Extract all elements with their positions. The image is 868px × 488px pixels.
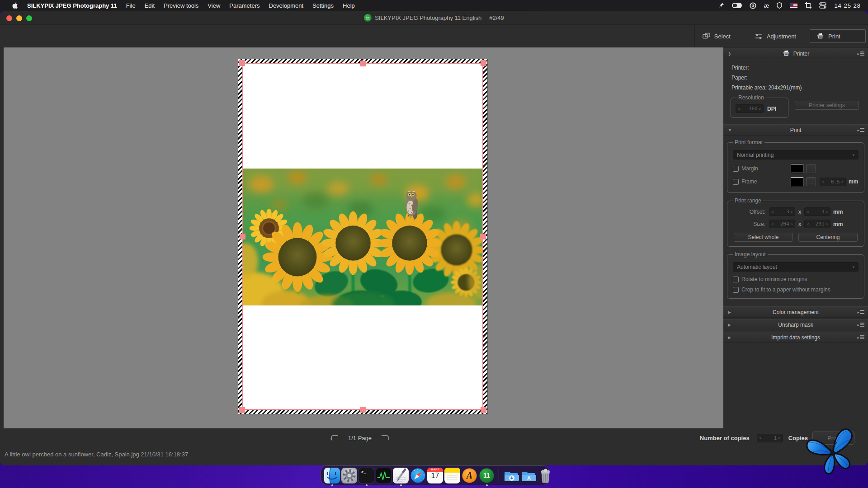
- paper-preview[interactable]: [238, 59, 487, 414]
- menu-edit[interactable]: Edit: [140, 0, 159, 11]
- chevron-down-icon: ▾: [852, 153, 854, 157]
- menu-view[interactable]: View: [203, 0, 225, 11]
- image-layout-dropdown[interactable]: Automatic layout ▾: [733, 262, 859, 272]
- frame-width-spinner[interactable]: <0.5>: [820, 178, 846, 186]
- dock-silkypix-icon[interactable]: 11: [479, 468, 495, 483]
- offset-y-spinner[interactable]: <3>: [804, 207, 830, 216]
- menu-development[interactable]: Development: [264, 0, 308, 11]
- print-format-dropdown[interactable]: Normal printing ▾: [733, 150, 859, 160]
- previous-page-icon[interactable]: [329, 434, 339, 441]
- dock-applications-folder-icon[interactable]: A: [520, 468, 536, 483]
- dock-downloads-folder-icon[interactable]: [503, 468, 519, 483]
- offset-x-spinner[interactable]: <3>: [769, 207, 795, 216]
- minimize-button[interactable]: [16, 15, 22, 21]
- frame-color-picker-button[interactable]: ...: [806, 177, 816, 186]
- rotate-checkbox[interactable]: [733, 277, 739, 282]
- printer-settings-button[interactable]: Printer settings: [795, 101, 859, 110]
- preset-menu-icon[interactable]: ▸: [857, 310, 864, 314]
- frame-checkbox[interactable]: [733, 179, 739, 185]
- menu-settings[interactable]: Settings: [308, 0, 338, 11]
- menu-file[interactable]: File: [122, 0, 140, 11]
- resolution-group: Resolution <360> DPI: [731, 94, 788, 118]
- zoom-button[interactable]: [26, 15, 32, 21]
- dock-activity-monitor-icon[interactable]: [376, 468, 392, 483]
- chevron-down-icon: ▾: [852, 265, 854, 269]
- crop-checkbox[interactable]: [733, 287, 739, 293]
- close-button[interactable]: [6, 15, 12, 21]
- dock-trash-icon[interactable]: [538, 468, 553, 483]
- handle-bottom-left[interactable]: [239, 407, 245, 413]
- handle-bottom-center[interactable]: [360, 407, 366, 413]
- handle-top-center[interactable]: [360, 61, 366, 66]
- print-preview-canvas[interactable]: [4, 47, 723, 428]
- shield-icon[interactable]: [777, 2, 782, 9]
- next-page-icon[interactable]: [381, 434, 391, 441]
- us-flag-icon[interactable]: [790, 2, 797, 9]
- color-management-header[interactable]: ▶ Color management ▸: [723, 306, 868, 318]
- unsharp-mask-header[interactable]: ▶ Unsharp mask ▸: [723, 319, 868, 330]
- margin-color-picker-button[interactable]: ...: [806, 164, 816, 173]
- frame-color-swatch[interactable]: [791, 177, 803, 186]
- g-badge-icon[interactable]: G: [750, 2, 756, 9]
- running-indicator: [486, 484, 488, 486]
- dock: >_ МАРТ 17 A 11: [321, 465, 549, 485]
- apple-icon: [12, 2, 18, 9]
- handle-bottom-right[interactable]: [481, 407, 486, 413]
- preset-menu-icon[interactable]: ▸: [857, 335, 864, 340]
- title-bar[interactable]: 11 SILKYPIX JPEG Photography 11 English …: [0, 11, 868, 25]
- dock-terminal-icon[interactable]: >_: [359, 468, 374, 483]
- preset-menu-icon[interactable]: ▸: [857, 323, 864, 327]
- dock-notes-icon[interactable]: [444, 468, 460, 483]
- tab-print[interactable]: Print: [810, 29, 866, 43]
- collapsed-arrow-icon[interactable]: ▶: [728, 323, 731, 327]
- running-indicator: [331, 484, 333, 486]
- crop-tool-icon[interactable]: [805, 2, 811, 9]
- ae-input-source-icon[interactable]: æ: [764, 2, 769, 9]
- mode-toolbar: Select Adjustment Print: [0, 25, 868, 47]
- tab-adjustment[interactable]: Adjustment: [749, 29, 802, 43]
- collapsed-arrow-icon[interactable]: ▶: [728, 310, 731, 314]
- size-height-spinner[interactable]: <291>: [804, 220, 830, 228]
- handle-top-left[interactable]: [239, 60, 245, 66]
- margin-color-swatch[interactable]: [791, 164, 803, 173]
- dock-textedit-icon[interactable]: [393, 468, 409, 483]
- menu-app-name[interactable]: SILKYPIX JPEG Photography 11: [23, 0, 122, 11]
- menu-parameters[interactable]: Parameters: [225, 0, 264, 11]
- imprint-data-settings-header[interactable]: ▶ Imprint data settings ▸: [723, 332, 868, 343]
- apple-menu[interactable]: [7, 0, 23, 11]
- pin-icon[interactable]: [718, 2, 724, 9]
- resolution-spinner[interactable]: <360>: [736, 104, 764, 113]
- handle-top-right[interactable]: [481, 60, 486, 66]
- menu-preview-tools[interactable]: Preview tools: [159, 0, 203, 11]
- toggles-icon[interactable]: [819, 2, 826, 9]
- dock-orange-a-app-icon[interactable]: A: [462, 468, 477, 483]
- dock-system-settings-icon[interactable]: [341, 468, 357, 483]
- copies-spinner[interactable]: <1>: [757, 434, 783, 442]
- centering-button[interactable]: Centering: [798, 233, 858, 242]
- dock-safari-icon[interactable]: [410, 468, 426, 483]
- handle-mid-left[interactable]: [240, 234, 245, 239]
- print-panel-header[interactable]: ▼ Print ▸: [723, 124, 868, 136]
- collapsed-arrow-icon[interactable]: ▶: [728, 335, 731, 340]
- copies-suffix-label: Copies: [788, 435, 808, 441]
- preset-menu-icon[interactable]: ▸: [857, 128, 864, 132]
- dock-finder-icon[interactable]: [324, 468, 340, 483]
- expanded-arrow-icon[interactable]: ▼: [728, 128, 732, 132]
- printer-panel-header[interactable]: ❯ Printer ▸: [723, 48, 868, 59]
- select-whole-button[interactable]: Select whole: [734, 233, 793, 242]
- margin-checkbox[interactable]: [733, 166, 739, 172]
- size-width-spinner[interactable]: <204>: [769, 220, 795, 228]
- file-info-text: A little owl perched on a sunflower, Cad…: [5, 451, 188, 458]
- silkypix-badge-label: 11: [479, 468, 495, 483]
- tab-select[interactable]: Select: [696, 29, 737, 43]
- dock-calendar-icon[interactable]: МАРТ 17: [427, 468, 443, 483]
- collapse-chevron-icon[interactable]: ❯: [728, 52, 731, 56]
- mm-unit-label: mm: [833, 221, 843, 227]
- rotate-row: Rotate to minimize margins: [733, 276, 859, 282]
- display-toggle-icon[interactable]: [732, 2, 742, 9]
- preset-menu-icon[interactable]: ▸: [857, 52, 864, 56]
- menu-help[interactable]: Help: [338, 0, 359, 11]
- handle-mid-right[interactable]: [480, 234, 486, 239]
- menu-clock[interactable]: 14 25 28: [834, 2, 861, 9]
- calendar-month-label: МАРТ: [427, 468, 443, 471]
